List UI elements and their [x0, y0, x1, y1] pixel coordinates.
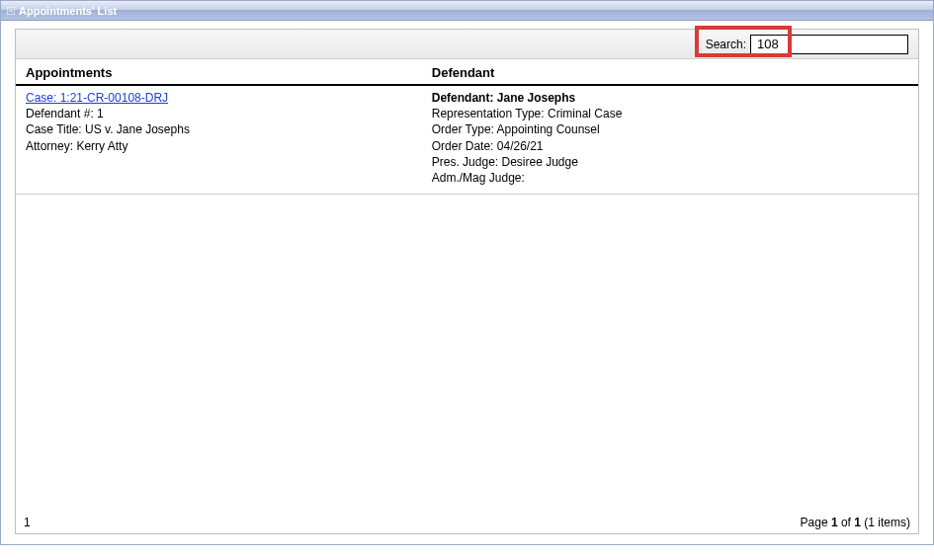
toolbar: Search: — [16, 30, 918, 59]
panel-titlebar: Appointments' List — [1, 1, 933, 21]
footer-left-page: 1 — [24, 516, 31, 529]
defendant-name-line: Defendant: Jane Josephs — [432, 90, 908, 106]
pres-judge-line: Pres. Judge: Desiree Judge — [432, 154, 908, 170]
list-header: Appointments Defendant — [16, 59, 918, 86]
panel-title: Appointments' List — [19, 5, 117, 17]
adm-judge-line: Adm./Mag Judge: — [432, 170, 908, 186]
pager-info: Page 1 of 1 (1 items) — [801, 516, 910, 529]
collapse-icon[interactable] — [7, 7, 15, 15]
order-date-line: Order Date: 04/26/21 — [432, 138, 908, 154]
search-label: Search: — [706, 38, 746, 51]
search-input[interactable] — [750, 35, 908, 54]
appointment-cell: Case: 1:21-CR-00108-DRJ Defendant #: 1 C… — [26, 90, 432, 186]
column-defendant: Defendant — [432, 65, 495, 80]
panel-inner: Search: Appointments Defendant Case: 1:2… — [15, 29, 919, 534]
rep-type-line: Representation Type: Criminal Case — [432, 106, 908, 121]
defendant-num-line: Defendant #: 1 — [26, 106, 432, 121]
attorney-line: Attorney: Kerry Atty — [26, 138, 432, 154]
list-item: Case: 1:21-CR-00108-DRJ Defendant #: 1 C… — [16, 86, 918, 195]
column-appointments: Appointments — [26, 65, 112, 80]
case-title-line: Case Title: US v. Jane Josephs — [26, 121, 432, 137]
panel-footer: 1 Page 1 of 1 (1 items) — [16, 512, 918, 533]
case-link[interactable]: Case: 1:21-CR-00108-DRJ — [26, 91, 168, 105]
list-body: Case: 1:21-CR-00108-DRJ Defendant #: 1 C… — [16, 86, 918, 512]
search-wrap: Search: — [706, 35, 908, 54]
appointments-panel: Appointments' List Search: Appointments — [0, 0, 934, 545]
defendant-cell: Defendant: Jane Josephs Representation T… — [432, 90, 908, 186]
order-type-line: Order Type: Appointing Counsel — [432, 121, 908, 137]
